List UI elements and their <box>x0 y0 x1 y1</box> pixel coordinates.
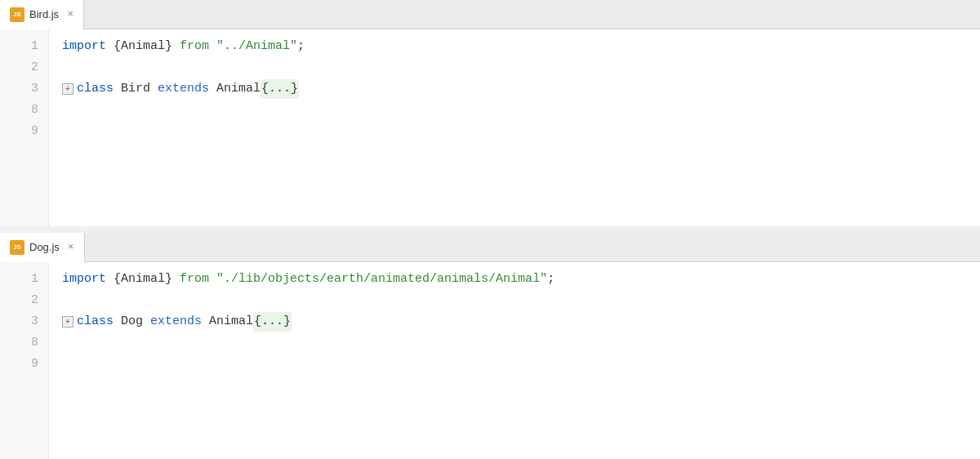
js-file-icon: JS <box>10 240 24 255</box>
token-plain: Animal <box>209 79 261 99</box>
tab-filename: Dog.js <box>29 241 60 253</box>
code-line: +class Bird extends Animal{...} <box>62 78 967 100</box>
line-number: 3 <box>31 78 38 100</box>
file-tab[interactable]: JSDog.js× <box>0 233 85 262</box>
line-number: 1 <box>31 269 38 290</box>
token-str: "../Animal" <box>216 37 297 56</box>
token-kw-class: class <box>77 79 114 99</box>
token-kw-class: class <box>77 312 114 332</box>
line-numbers: 12389 <box>0 29 49 226</box>
token-kw-from: from <box>180 37 209 56</box>
token-plain: Animal <box>202 312 253 332</box>
token-str: "./lib/objects/earth/animated/animals/An… <box>216 270 547 289</box>
js-file-icon: JS <box>10 7 24 22</box>
file-tab[interactable]: JSBird.js× <box>0 0 84 29</box>
tab-close-button[interactable]: × <box>67 8 74 20</box>
line-number: 3 <box>31 311 38 332</box>
tab-filename: Bird.js <box>29 8 59 20</box>
token-kw-import: import <box>62 270 106 289</box>
token-plain: Bird <box>114 79 158 99</box>
code-line <box>62 57 967 78</box>
line-number: 2 <box>31 290 38 311</box>
code-content: import {Animal} from "../Animal";+class … <box>49 29 980 226</box>
code-line <box>62 100 967 121</box>
code-content: import {Animal} from "./lib/objects/eart… <box>49 262 980 459</box>
editor-container: JSBird.js×12389import {Animal} from "../… <box>0 0 980 459</box>
line-number: 1 <box>31 36 38 57</box>
line-number: 8 <box>31 332 38 354</box>
code-line: +class Dog extends Animal{...} <box>62 311 967 332</box>
fold-icon[interactable]: + <box>62 83 74 95</box>
fold-icon[interactable]: + <box>62 316 74 328</box>
line-number: 8 <box>31 100 38 121</box>
token-kw-import: import <box>62 37 106 56</box>
line-number: 9 <box>31 121 38 142</box>
token-kw-extends: extends <box>150 312 202 332</box>
line-numbers: 12389 <box>0 262 49 459</box>
editor-pane-bird-pane: JSBird.js×12389import {Animal} from "../… <box>0 0 980 226</box>
editor-pane-dog-pane: JSDog.js×12389import {Animal} from "./li… <box>0 233 980 459</box>
code-line <box>62 332 967 354</box>
token-plain: {Animal} <box>106 270 180 289</box>
token-kw-from: from <box>180 270 209 289</box>
token-kw-extends: extends <box>158 79 209 99</box>
token-plain: Dog <box>114 312 150 332</box>
token-plain <box>209 270 216 289</box>
code-line <box>62 354 967 375</box>
token-plain <box>209 37 216 56</box>
collapsed-block: {...} <box>253 312 292 332</box>
token-plain: ; <box>547 270 555 289</box>
line-number: 9 <box>31 354 38 375</box>
code-line <box>62 290 967 311</box>
token-plain: ; <box>297 37 305 56</box>
code-area: 12389import {Animal} from "../Animal";+c… <box>0 29 980 226</box>
code-area: 12389import {Animal} from "./lib/objects… <box>0 262 980 459</box>
tab-close-button[interactable]: × <box>68 241 74 253</box>
collapsed-block: {...} <box>261 79 299 99</box>
code-line: import {Animal} from "./lib/objects/eart… <box>62 269 967 290</box>
code-line <box>62 121 967 142</box>
code-line: import {Animal} from "../Animal"; <box>62 36 967 57</box>
token-plain: {Animal} <box>106 37 180 56</box>
tab-bar: JSDog.js× <box>0 233 980 262</box>
tab-bar: JSBird.js× <box>0 0 980 29</box>
line-number: 2 <box>31 57 38 78</box>
